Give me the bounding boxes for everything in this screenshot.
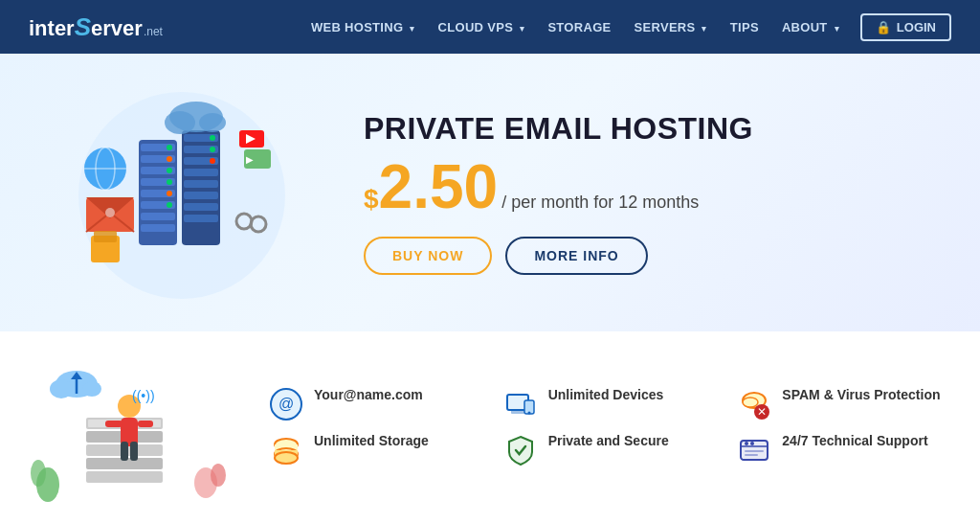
svg-point-15: [167, 202, 172, 208]
svg-text:((•)): ((•)): [132, 388, 155, 403]
nav-servers[interactable]: SERVERS ▾: [625, 12, 717, 42]
logo: interServer .net: [29, 12, 163, 42]
support-icon: [736, 432, 772, 468]
nav-about[interactable]: ABOUT ▾: [772, 12, 849, 42]
svg-point-26: [210, 147, 215, 152]
nav-cloud-vps[interactable]: CLOUD VPS ▾: [429, 12, 535, 42]
svg-point-74: [527, 412, 530, 415]
logo-text: interServer: [29, 12, 143, 42]
navbar: interServer .net WEB HOSTING ▾ CLOUD VPS…: [0, 0, 980, 54]
svg-rect-56: [130, 442, 138, 461]
nav-web-hosting[interactable]: WEB HOSTING ▾: [301, 12, 425, 42]
svg-point-29: [165, 111, 195, 134]
login-label: LOGIN: [897, 20, 936, 34]
svg-rect-52: [86, 471, 163, 483]
features-illustration: ((•)): [29, 351, 239, 504]
hero-buttons: BUY NOW MORE INFO: [364, 237, 923, 275]
feature-private: Private and Secure: [502, 432, 718, 468]
svg-point-14: [167, 191, 172, 196]
svg-point-11: [167, 156, 172, 162]
feature-email: @ Your@name.com: [268, 386, 483, 422]
svg-rect-89: [745, 454, 758, 456]
svg-rect-20: [184, 169, 218, 176]
svg-point-13: [167, 179, 172, 185]
svg-point-76: [743, 398, 758, 407]
feature-devices: Unlimited Devices: [502, 386, 718, 422]
login-button[interactable]: 🔒 LOGIN: [860, 13, 951, 41]
svg-rect-8: [141, 213, 175, 220]
price-detail: / per month for 12 months: [501, 193, 699, 213]
nav-tips[interactable]: TIPS: [721, 12, 768, 42]
feature-email-text: Your@name.com: [314, 386, 423, 403]
features-section: ((•)) @ Your@name.com Unlimited De: [0, 331, 980, 523]
svg-point-12: [167, 168, 172, 173]
svg-point-87: [750, 442, 754, 445]
svg-point-25: [210, 135, 215, 141]
svg-text:@: @: [278, 396, 294, 412]
svg-point-27: [210, 158, 215, 164]
shield-icon: [502, 432, 539, 468]
svg-point-83: [275, 452, 298, 464]
svg-text:▶: ▶: [246, 154, 254, 165]
spam-icon: ✕: [736, 386, 772, 422]
svg-rect-72: [511, 410, 524, 414]
features-grid: @ Your@name.com Unlimited Devices ✕ SPAM…: [239, 386, 951, 468]
logo-net: .net: [144, 25, 163, 38]
svg-point-30: [199, 113, 226, 132]
svg-point-61: [50, 379, 73, 398]
buy-now-button[interactable]: BUY NOW: [364, 237, 492, 275]
email-icon: @: [268, 386, 304, 422]
svg-rect-24: [184, 215, 218, 222]
feature-support-text: 24/7 Technical Support: [782, 432, 927, 449]
feature-storage-text: Unlimited Storage: [314, 432, 429, 449]
hero-price: $ 2.50 / per month for 12 months: [364, 156, 923, 217]
svg-rect-22: [184, 192, 218, 199]
feature-storage: Unlimited Storage: [268, 432, 483, 468]
svg-rect-21: [184, 180, 218, 188]
svg-point-86: [745, 442, 748, 445]
hero-content: PRIVATE EMAIL HOSTING $ 2.50 / per month…: [364, 111, 923, 275]
storage-icon: [268, 432, 304, 468]
feature-private-text: Private and Secure: [548, 432, 669, 449]
svg-point-68: [211, 464, 226, 487]
svg-rect-42: [94, 231, 117, 242]
hero-illustration: ▶: [57, 82, 325, 303]
hero-title: PRIVATE EMAIL HOSTING: [364, 111, 923, 147]
hero-svg: ▶: [57, 82, 325, 303]
svg-rect-58: [138, 421, 153, 427]
more-info-button[interactable]: MORE INFO: [505, 237, 647, 275]
nav-links: WEB HOSTING ▾ CLOUD VPS ▾ STORAGE SERVER…: [301, 12, 951, 42]
lock-icon: 🔒: [876, 20, 891, 34]
svg-point-10: [167, 145, 172, 150]
svg-point-62: [82, 381, 101, 397]
feature-support: 24/7 Technical Support: [736, 432, 951, 468]
svg-rect-55: [121, 442, 128, 461]
feature-spam-text: SPAM & Virus Protection: [782, 386, 940, 403]
svg-rect-9: [141, 224, 175, 232]
nav-storage[interactable]: STORAGE: [538, 12, 620, 42]
hero-section: ▶ PRIVATE EMAIL HOSTING $ 2.50 / per mon…: [0, 54, 980, 331]
price-amount: 2.50: [379, 156, 499, 217]
svg-point-35: [105, 208, 115, 217]
price-dollar: $: [364, 184, 379, 215]
devices-icon: [502, 386, 539, 422]
feature-spam: ✕ SPAM & Virus Protection: [736, 386, 951, 422]
svg-point-66: [31, 460, 46, 487]
svg-rect-57: [105, 421, 122, 427]
svg-rect-23: [184, 203, 218, 211]
svg-text:✕: ✕: [757, 405, 767, 419]
features-svg: ((•)): [29, 351, 239, 504]
svg-rect-88: [745, 450, 764, 452]
feature-devices-text: Unlimited Devices: [548, 386, 664, 403]
